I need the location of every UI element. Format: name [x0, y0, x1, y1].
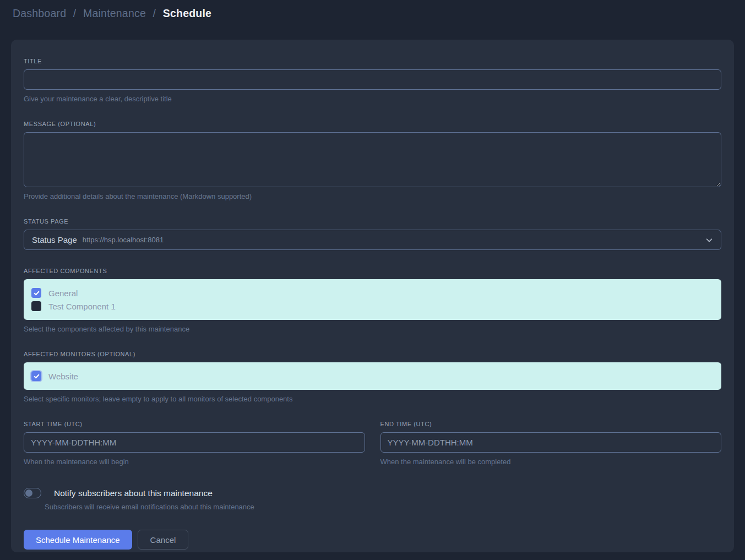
title-label: TITLE	[24, 58, 721, 64]
cancel-button[interactable]: Cancel	[138, 530, 189, 550]
notify-hint: Subscribers will receive email notificat…	[45, 503, 721, 511]
end-time-label: END TIME (UTC)	[380, 421, 722, 427]
toggle-knob	[25, 490, 32, 497]
status-page-selected-name: Status Page	[32, 235, 77, 244]
status-page-label: STATUS PAGE	[24, 218, 721, 225]
breadcrumb-separator: /	[73, 7, 77, 19]
monitor-option-label: Website	[48, 372, 78, 381]
top-bar: Dashboard / Maintenance / Schedule	[0, 0, 745, 40]
time-row: START TIME (UTC) When the maintenance wi…	[24, 421, 721, 466]
schedule-maintenance-button[interactable]: Schedule Maintenance	[24, 530, 132, 550]
checkbox-checked[interactable]	[31, 288, 41, 298]
status-page-group: STATUS PAGE Status Page https://hsp.loca…	[24, 218, 721, 250]
monitor-option-website[interactable]: Website	[31, 369, 714, 383]
breadcrumb-separator: /	[153, 7, 156, 19]
component-option-label: General	[48, 289, 78, 298]
title-input[interactable]	[24, 69, 721, 90]
message-label: MESSAGE (OPTIONAL)	[24, 121, 721, 127]
message-group: MESSAGE (OPTIONAL) Provide additional de…	[24, 121, 721, 200]
start-time-label: START TIME (UTC)	[24, 421, 365, 427]
breadcrumb-maintenance[interactable]: Maintenance	[83, 7, 146, 19]
breadcrumb: Dashboard / Maintenance / Schedule	[13, 7, 732, 20]
title-group: TITLE Give your maintenance a clear, des…	[24, 58, 721, 103]
end-time-input[interactable]	[380, 432, 722, 453]
title-hint: Give your maintenance a clear, descripti…	[24, 95, 721, 103]
message-textarea[interactable]	[24, 132, 721, 187]
affected-components-label: AFFECTED COMPONENTS	[24, 268, 721, 274]
notify-toggle[interactable]	[24, 488, 41, 498]
affected-monitors-box: Website	[24, 362, 721, 390]
start-time-input[interactable]	[24, 432, 365, 453]
component-option-general[interactable]: General	[31, 286, 714, 300]
component-option-test-component-1[interactable]: Test Component 1	[31, 300, 714, 313]
affected-monitors-group: AFFECTED MONITORS (OPTIONAL) Website Sel…	[24, 351, 721, 403]
notify-toggle-row: Notify subscribers about this maintenanc…	[24, 488, 721, 498]
checkbox-unchecked[interactable]	[31, 301, 41, 311]
affected-monitors-hint: Select specific monitors; leave empty to…	[24, 395, 721, 403]
breadcrumb-dashboard[interactable]: Dashboard	[13, 7, 66, 19]
affected-components-group: AFFECTED COMPONENTS General Test Compone…	[24, 268, 721, 333]
start-time-group: START TIME (UTC) When the maintenance wi…	[24, 421, 365, 466]
end-time-hint: When the maintenance will be completed	[380, 458, 722, 466]
status-page-selected-url: https://hsp.localhost:8081	[83, 236, 164, 244]
status-page-select[interactable]: Status Page https://hsp.localhost:8081	[24, 230, 721, 250]
page-title: Schedule	[163, 7, 211, 19]
affected-components-box: General Test Component 1	[24, 279, 721, 320]
checkbox-checked[interactable]	[31, 371, 41, 381]
notify-group: Notify subscribers about this maintenanc…	[24, 488, 721, 511]
check-icon	[34, 290, 40, 296]
affected-monitors-label: AFFECTED MONITORS (OPTIONAL)	[24, 351, 721, 357]
affected-components-hint: Select the components affected by this m…	[24, 325, 721, 333]
notify-toggle-label[interactable]: Notify subscribers about this maintenanc…	[54, 488, 213, 498]
message-hint: Provide additional details about the mai…	[24, 192, 721, 200]
schedule-maintenance-form-card: TITLE Give your maintenance a clear, des…	[11, 40, 734, 552]
end-time-group: END TIME (UTC) When the maintenance will…	[380, 421, 722, 466]
form-actions: Schedule Maintenance Cancel	[24, 530, 721, 550]
check-icon	[34, 373, 40, 379]
chevron-down-icon	[705, 236, 713, 244]
component-option-label: Test Component 1	[48, 302, 116, 311]
start-time-hint: When the maintenance will begin	[24, 458, 365, 466]
